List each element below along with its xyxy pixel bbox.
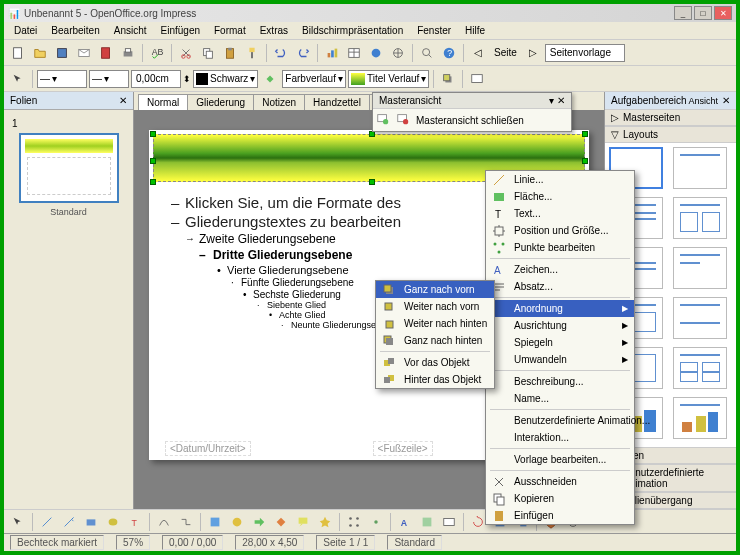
footer-date[interactable]: <Datum/Uhrzeit> [165,441,251,456]
menu-fenster[interactable]: Fenster [411,23,457,38]
rect-tool[interactable] [81,512,101,532]
delete-master-icon[interactable] [396,112,410,128]
paste-button[interactable] [220,43,240,63]
hyperlink-button[interactable] [366,43,386,63]
slides-panel-close-icon[interactable]: ✕ [119,95,127,106]
fill-button[interactable] [260,69,280,89]
subctx-item-1[interactable]: Weiter nach vorn [376,298,494,315]
line-tool[interactable] [37,512,57,532]
section-masterseiten[interactable]: ▷Masterseiten [605,109,736,126]
subctx-item-6[interactable]: Hinter das Objekt [376,371,494,388]
chart-button[interactable] [322,43,342,63]
line-color-dropdown[interactable]: Schwarz▾ [193,70,258,88]
block-arrows-tool[interactable] [249,512,269,532]
menu-ansicht[interactable]: Ansicht [108,23,153,38]
undo-button[interactable] [271,43,291,63]
print-button[interactable] [118,43,138,63]
tab-normal[interactable]: Normal [138,94,188,110]
ctx-item-0[interactable]: Linie... [486,171,634,188]
navigator-button[interactable] [388,43,408,63]
select-tool[interactable] [8,512,28,532]
ctx-item-9[interactable]: Anordnung▶ [486,300,634,317]
ctx-item-10[interactable]: Ausrichtung▶ [486,317,634,334]
curve-tool[interactable] [154,512,174,532]
page-template-field[interactable] [545,44,625,62]
ctx-item-12[interactable]: Umwandeln▶ [486,351,634,368]
format-paint-button[interactable] [242,43,262,63]
shadow-button[interactable] [438,69,458,89]
ctx-item-4[interactable]: Punkte bearbeiten [486,239,634,256]
line-end-dropdown[interactable]: —▾ [89,70,129,88]
layout-item[interactable] [673,347,727,389]
open-button[interactable] [30,43,50,63]
stars-tool[interactable] [315,512,335,532]
ctx-item-11[interactable]: Spiegeln▶ [486,334,634,351]
layout-item[interactable] [673,297,727,339]
arrow-tool[interactable] [59,512,79,532]
subctx-item-2[interactable]: Weiter nach hinten [376,315,494,332]
fill-type-dropdown[interactable]: Farbverlauf▾ [282,70,346,88]
line-style-dropdown[interactable]: —▾ [37,70,87,88]
task-panel-close-icon[interactable]: ✕ [722,95,730,106]
ctx-item-7[interactable]: Absatz... [486,278,634,295]
connector-tool[interactable] [176,512,196,532]
ctx-item-23[interactable]: Kopieren [486,490,634,507]
slide-nav-button[interactable]: ◁ [468,43,488,63]
arrow-button[interactable] [8,69,28,89]
ctx-item-14[interactable]: Beschreibung... [486,373,634,390]
table-button[interactable] [344,43,364,63]
line-width-field[interactable] [131,70,181,88]
save-button[interactable] [52,43,72,63]
close-master-label[interactable]: Masteransicht schließen [416,115,524,126]
ctx-item-17[interactable]: Benutzerdefinierte Animation... [486,412,634,429]
ctx-item-18[interactable]: Interaktion... [486,429,634,446]
zoom-button[interactable] [417,43,437,63]
tab-notizen[interactable]: Notizen [253,94,305,110]
menu-hilfe[interactable]: Hilfe [459,23,491,38]
flowchart-tool[interactable] [271,512,291,532]
minimize-button[interactable]: _ [674,6,692,20]
tab-gliederung[interactable]: Gliederung [187,94,254,110]
close-button[interactable]: ✕ [714,6,732,20]
slide-design-button[interactable] [467,69,487,89]
gallery-tool[interactable] [439,512,459,532]
points-tool[interactable] [344,512,364,532]
new-button[interactable] [8,43,28,63]
menu-format[interactable]: Format [208,23,252,38]
copy-button[interactable] [198,43,218,63]
footer-mid[interactable]: <Fußzeile> [373,441,433,456]
subctx-item-5[interactable]: Vor das Objekt [376,354,494,371]
ctx-item-1[interactable]: Fläche... [486,188,634,205]
layout-item[interactable] [673,197,727,239]
callout-tool[interactable] [293,512,313,532]
layout-item[interactable] [673,247,727,289]
pdf-button[interactable] [96,43,116,63]
fontwork-tool[interactable]: A [395,512,415,532]
glue-tool[interactable] [366,512,386,532]
ellipse-tool[interactable] [103,512,123,532]
menu-extras[interactable]: Extras [254,23,294,38]
layout-item[interactable] [673,147,727,189]
ctx-item-15[interactable]: Name... [486,390,634,407]
ctx-item-6[interactable]: AZeichen... [486,261,634,278]
status-zoom[interactable]: 57% [116,535,150,550]
basic-shapes-tool[interactable] [205,512,225,532]
email-button[interactable] [74,43,94,63]
layout-item[interactable] [673,397,727,439]
menu-einfuegen[interactable]: Einfügen [155,23,206,38]
subctx-item-0[interactable]: Ganz nach vorn [376,281,494,298]
cut-button[interactable] [176,43,196,63]
section-layouts[interactable]: ▽Layouts [605,126,736,143]
master-popup-dropdown-icon[interactable]: ▾ ✕ [549,95,565,106]
subctx-item-3[interactable]: Ganz nach hinten [376,332,494,349]
ctx-item-20[interactable]: Vorlage bearbeiten... [486,451,634,468]
menu-bearbeiten[interactable]: Bearbeiten [45,23,105,38]
slide-thumbnail[interactable] [19,133,119,203]
text-tool[interactable]: T [125,512,145,532]
tab-handzettel[interactable]: Handzettel [304,94,370,110]
help-button[interactable]: ? [439,43,459,63]
gradient-dropdown[interactable]: Titel Verlauf▾ [348,70,429,88]
symbol-shapes-tool[interactable] [227,512,247,532]
task-view-label[interactable]: Ansicht [688,96,718,106]
new-master-icon[interactable] [376,112,390,128]
